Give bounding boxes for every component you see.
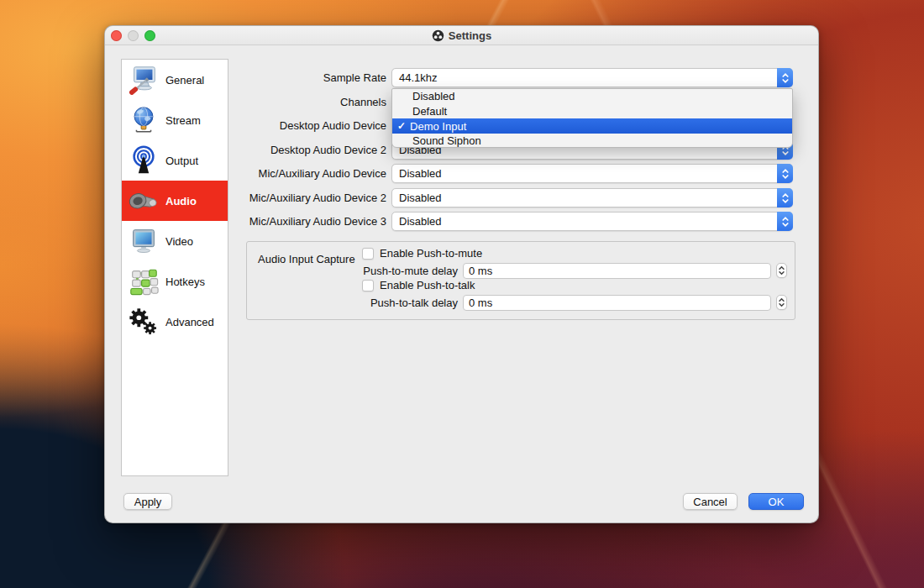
sidebar-item-label: Hotkeys (165, 276, 205, 288)
push-to-mute-delay-input[interactable] (463, 263, 771, 279)
titlebar[interactable]: Settings (105, 26, 818, 45)
sidebar-item-stream[interactable]: Stream (122, 100, 228, 140)
push-to-talk-delay-spinner[interactable] (776, 295, 787, 310)
hotkeys-icon (128, 265, 160, 297)
sidebar-item-label: Audio (165, 195, 197, 207)
zoom-button[interactable] (144, 30, 155, 41)
sidebar-item-label: Stream (165, 114, 201, 127)
push-to-mute-delay-label: Push-to-mute delay (297, 265, 458, 277)
enable-push-to-mute-checkbox[interactable] (362, 248, 374, 260)
enable-push-to-talk-label: Enable Push-to-talk (380, 279, 475, 291)
mic-aux-device-select[interactable]: Disabled (391, 164, 793, 183)
checkmark-icon: ✓ (397, 120, 406, 132)
settings-window: Settings General (104, 25, 819, 523)
cancel-button[interactable]: Cancel (683, 493, 738, 510)
ok-button[interactable]: OK (748, 493, 804, 510)
enable-push-to-mute-label: Enable Push-to-mute (380, 247, 482, 260)
window-title: Settings (432, 29, 491, 42)
mic-aux-device-3-select[interactable]: Disabled (391, 212, 793, 231)
output-icon (128, 144, 160, 176)
sidebar-item-hotkeys[interactable]: Hotkeys (122, 261, 228, 302)
close-button[interactable] (111, 30, 122, 41)
audio-input-capture-label: Audio Input Capture (258, 253, 355, 265)
audio-input-capture-group: Audio Input Capture Enable Push-to-mute … (246, 241, 795, 320)
menu-option-demo-input[interactable]: ✓ Demo Input (392, 118, 792, 134)
mic-aux-device-2-select[interactable]: Disabled (391, 188, 793, 207)
sidebar-item-advanced[interactable]: Advanced (122, 302, 228, 342)
sidebar-item-video[interactable]: Video (122, 221, 228, 261)
sidebar-item-output[interactable]: Output (122, 140, 228, 181)
sample-rate-select[interactable]: 44.1khz (391, 68, 793, 87)
desktop-audio-device-label: Desktop Audio Device (223, 119, 386, 132)
sidebar-item-label: General (165, 74, 204, 87)
channels-label: Channels (223, 96, 386, 108)
traffic-lights (111, 26, 155, 45)
minimize-button[interactable] (128, 30, 139, 41)
sidebar-item-general[interactable]: General (122, 60, 228, 100)
mic-aux-device-label: Mic/Auxiliary Audio Device (223, 167, 386, 180)
select-stepper-icon (777, 68, 793, 87)
video-icon (128, 225, 160, 257)
desktop-audio-device-2-label: Desktop Audio Device 2 (223, 144, 386, 156)
mic-aux-device-2-label: Mic/Auxiliary Audio Device 2 (223, 192, 386, 204)
select-stepper-icon (777, 164, 793, 183)
menu-option-sound-siphon[interactable]: Sound Siphon (392, 134, 792, 148)
audio-icon (128, 185, 160, 217)
select-stepper-icon (777, 188, 793, 207)
push-to-talk-delay-label: Push-to-talk delay (297, 297, 458, 309)
sidebar-item-audio[interactable]: Audio (122, 181, 228, 221)
push-to-mute-row: Enable Push-to-mute (362, 247, 482, 260)
sidebar-item-label: Advanced (165, 316, 214, 328)
obs-logo-icon (432, 29, 444, 42)
sidebar-item-label: Output (165, 155, 198, 167)
sidebar-item-label: Video (165, 235, 193, 248)
push-to-mute-delay-spinner[interactable] (776, 263, 787, 278)
select-stepper-icon (777, 212, 793, 231)
desktop-audio-device-dropdown-menu: Disabled Default ✓ Demo Input Sound Siph… (391, 88, 793, 148)
menu-option-disabled[interactable]: Disabled (392, 89, 792, 104)
apply-button[interactable]: Apply (123, 493, 172, 510)
enable-push-to-talk-checkbox[interactable] (362, 280, 374, 291)
push-to-talk-delay-input[interactable] (463, 295, 771, 311)
mic-aux-device-3-label: Mic/Auxiliary Audio Device 3 (223, 215, 386, 228)
menu-option-default[interactable]: Default (392, 104, 792, 119)
general-icon (128, 64, 160, 96)
push-to-talk-row: Enable Push-to-talk (362, 279, 475, 291)
window-title-text: Settings (449, 29, 491, 42)
sample-rate-label: Sample Rate (223, 71, 386, 84)
advanced-icon (128, 306, 160, 338)
sidebar: General Stream (121, 59, 228, 476)
stream-icon (128, 104, 160, 136)
